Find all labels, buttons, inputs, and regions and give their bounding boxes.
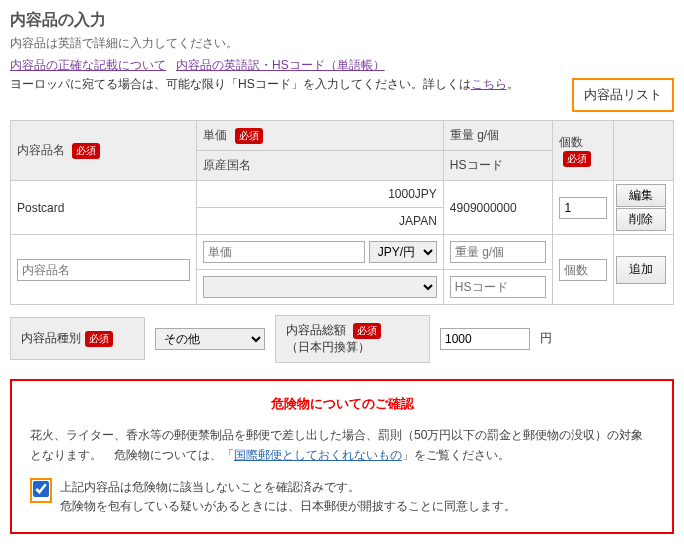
hazmat-panel: 危険物についてのご確認 花火、ライター、香水等の郵便禁制品を郵便で差し出した場合… xyxy=(10,379,674,534)
contents-list-button[interactable]: 内容品リスト xyxy=(572,78,674,112)
hazmat-link[interactable]: 国際郵便としておくれないもの xyxy=(234,448,402,462)
edit-button[interactable]: 編集 xyxy=(616,184,666,207)
contents-table: 内容品名 必須 単価 必須 重量 g/個 個数 必須 原産国名 HSコード Po… xyxy=(10,120,674,305)
europe-note-b: 。 xyxy=(507,77,519,91)
hazmat-body2: 」をご覧ください。 xyxy=(402,448,510,462)
hscode-input[interactable] xyxy=(450,276,547,298)
required-badge: 必須 xyxy=(563,151,591,167)
summary-row: 内容品種別 必須 その他 内容品総額 必須 （日本円換算） 円 xyxy=(10,315,674,363)
th-name: 内容品名 xyxy=(17,143,65,157)
name-input[interactable] xyxy=(17,259,190,281)
add-button[interactable]: 追加 xyxy=(616,256,666,284)
cell-hscode: 4909000000 xyxy=(443,181,553,235)
required-badge: 必須 xyxy=(72,143,100,159)
cell-price: 1000JPY xyxy=(197,181,444,208)
europe-note-a: ヨーロッパに宛てる場合は、可能な限り「HSコード」を入力してください。詳しくは xyxy=(10,77,471,91)
hazmat-check-line2: 危険物を包有している疑いがあるときには、日本郵便が開披することに同意します。 xyxy=(60,497,516,516)
required-badge: 必須 xyxy=(353,323,381,339)
required-badge: 必須 xyxy=(85,331,113,347)
required-badge: 必須 xyxy=(235,128,263,144)
page-title: 内容品の入力 xyxy=(10,10,674,31)
hazmat-checkbox[interactable] xyxy=(33,481,49,497)
price-input[interactable] xyxy=(203,241,365,263)
input-row: JPY/円 追加 xyxy=(11,235,674,270)
cell-origin: JAPAN xyxy=(197,208,444,235)
total-label2: （日本円換算） xyxy=(286,340,370,354)
th-hscode: HSコード xyxy=(450,158,503,172)
delete-button[interactable]: 削除 xyxy=(616,208,666,231)
new-qty-input[interactable] xyxy=(559,259,606,281)
link-hscode-dict[interactable]: 内容品の英語訳・HSコード（単語帳） xyxy=(176,58,385,72)
hazmat-check-line1: 上記内容品は危険物に該当しないことを確認済みです。 xyxy=(60,478,516,497)
total-label1: 内容品総額 xyxy=(286,323,346,337)
kind-label: 内容品種別 xyxy=(21,330,81,347)
link-accurate-desc[interactable]: 内容品の正確な記載について xyxy=(10,58,166,72)
total-input[interactable] xyxy=(440,328,530,350)
th-weight: 重量 g/個 xyxy=(450,128,499,142)
origin-select[interactable] xyxy=(203,276,437,298)
cell-name: Postcard xyxy=(11,181,197,235)
th-origin: 原産国名 xyxy=(203,158,251,172)
th-price: 単価 xyxy=(203,128,227,142)
th-qty: 個数 xyxy=(559,135,583,149)
yen-unit: 円 xyxy=(540,330,552,347)
table-row: Postcard 1000JPY 4909000000 編集 削除 xyxy=(11,181,674,208)
weight-input[interactable] xyxy=(450,241,547,263)
europe-link[interactable]: こちら xyxy=(471,77,507,91)
page-subtitle: 内容品は英語で詳細に入力してください。 xyxy=(10,35,674,52)
currency-select[interactable]: JPY/円 xyxy=(369,241,437,263)
kind-select[interactable]: その他 xyxy=(155,328,265,350)
qty-input[interactable] xyxy=(559,197,606,219)
hazmat-title: 危険物についてのご確認 xyxy=(30,395,654,413)
